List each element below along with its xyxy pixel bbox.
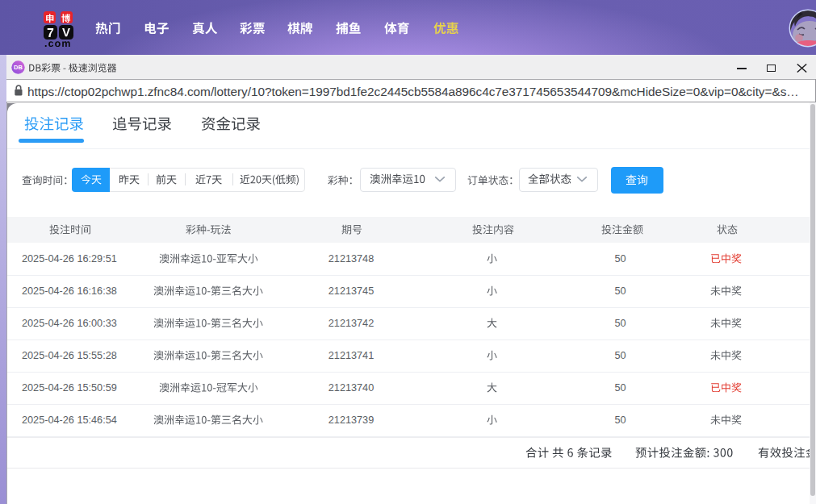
- svg-text:DB: DB: [14, 64, 23, 71]
